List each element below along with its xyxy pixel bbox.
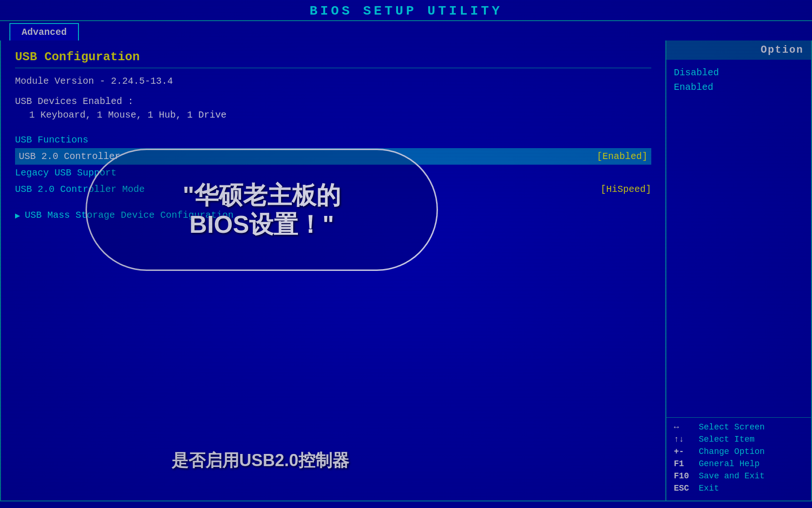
main-layout: USB Configuration Module Version - 2.24.… (0, 40, 812, 501)
overlay-pill: "华硕老主板的BIOS设置！" (86, 149, 438, 271)
menu-item-usb-functions-label: USB Functions (15, 135, 88, 145)
keybinding-select-screen: ↔ Select Screen (674, 422, 804, 432)
menu-item-usb-2-controller-label: USB 2.0 Controller (19, 151, 120, 162)
key-desc-0: Select Screen (699, 422, 765, 432)
module-version: Module Version - 2.24.5-13.4 (15, 76, 651, 87)
keybinding-change-option: +- Change Option (674, 447, 804, 456)
menu-item-usb-2-controller-value: [Enabled] (597, 151, 648, 162)
tab-advanced[interactable]: Advanced (9, 23, 79, 40)
options-header: Option (666, 40, 811, 60)
key-arrows-lr: ↔ (674, 422, 695, 432)
key-desc-3: General Help (699, 459, 760, 468)
key-esc: ESC (674, 484, 695, 493)
overlay-text: "华硕老主板的BIOS设置！" (183, 181, 341, 239)
divider (15, 68, 651, 68)
keybinding-f1: F1 General Help (674, 459, 804, 468)
key-plus-minus: +- (674, 447, 695, 456)
usb-devices-label: USB Devices Enabled : (15, 96, 651, 107)
menu-item-usb-2-controller-mode-value: [HiSpeed] (601, 184, 651, 195)
header-bar: BIOS SETUP UTILITY (0, 0, 812, 21)
options-panel: Option Disabled Enabled ↔ Select Screen … (666, 40, 812, 501)
keybinding-select-item: ↑↓ Select Item (674, 435, 804, 444)
submenu-arrow-icon: ▶ (15, 210, 20, 221)
key-f1: F1 (674, 459, 695, 468)
subtitle-text: 是否启用USB2.0控制器 (1, 449, 520, 472)
keybinding-esc: ESC Exit (674, 484, 804, 493)
content-panel: USB Configuration Module Version - 2.24.… (0, 40, 666, 501)
key-desc-4: Save and Exit (699, 471, 765, 481)
options-list: Disabled Enabled (666, 60, 811, 417)
option-disabled[interactable]: Disabled (674, 67, 804, 78)
usb-devices-value: 1 Keyboard, 1 Mouse, 1 Hub, 1 Drive (29, 110, 651, 120)
header-title: BIOS SETUP UTILITY (310, 4, 502, 18)
keybinding-f10: F10 Save and Exit (674, 471, 804, 481)
key-f10: F10 (674, 471, 695, 481)
key-desc-1: Select Item (699, 435, 755, 444)
bios-container: BIOS SETUP UTILITY Advanced USB Configur… (0, 0, 812, 508)
key-desc-2: Change Option (699, 447, 765, 456)
keybindings: ↔ Select Screen ↑↓ Select Item +- Change… (666, 417, 811, 500)
option-enabled[interactable]: Enabled (674, 82, 804, 93)
tab-bar: Advanced (0, 23, 812, 40)
key-desc-5: Exit (699, 484, 719, 493)
key-arrows-ud: ↑↓ (674, 435, 695, 444)
menu-item-usb-functions[interactable]: USB Functions (15, 132, 651, 148)
section-title: USB Configuration (15, 50, 651, 64)
